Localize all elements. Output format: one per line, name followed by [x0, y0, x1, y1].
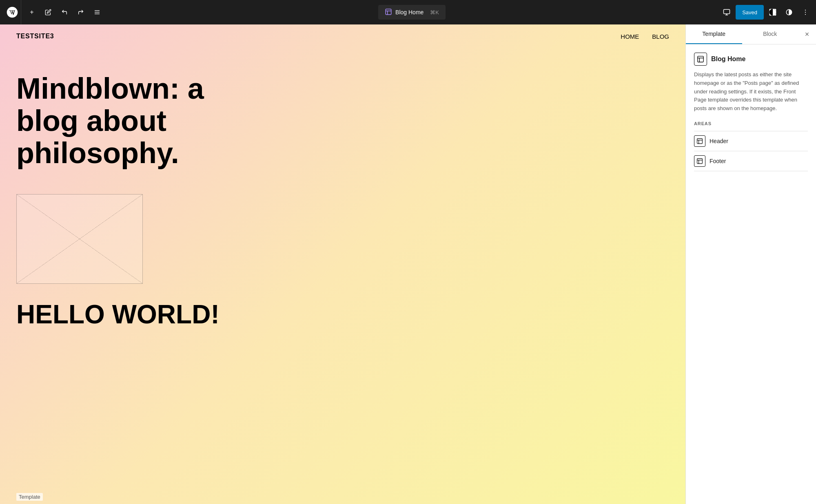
edit-tool-button[interactable]: [41, 5, 55, 20]
svg-rect-6: [724, 9, 730, 14]
add-block-button[interactable]: +: [24, 5, 39, 20]
svg-point-12: [805, 12, 806, 13]
monitor-icon: [723, 9, 730, 16]
device-preview-button[interactable]: [719, 5, 734, 20]
styles-button[interactable]: [765, 5, 780, 20]
toolbar-right: Saved: [719, 5, 813, 20]
svg-rect-14: [698, 56, 703, 62]
list-view-icon: [94, 9, 100, 15]
svg-rect-3: [386, 9, 391, 15]
header-area-icon: [694, 135, 705, 147]
toolbar-center: Blog Home ⌘K: [106, 5, 718, 20]
undo-icon: [61, 9, 68, 15]
more-icon: [802, 9, 809, 16]
contrast-icon: [785, 9, 793, 16]
canvas[interactable]: TESTSITE3 HOME BLOG Mindblown: a blog ab…: [0, 24, 685, 504]
footer-icon: [696, 158, 703, 164]
header-icon: [696, 138, 703, 144]
hello-world-title: HELLO WORLD!: [0, 292, 685, 329]
svg-rect-20: [697, 159, 703, 164]
areas-label: AREAS: [694, 121, 808, 126]
header-label: Header: [710, 138, 728, 144]
footer-area-icon: [694, 155, 705, 167]
keyboard-shortcut: ⌘K: [430, 9, 439, 15]
redo-icon: [78, 9, 84, 15]
site-nav: HOME BLOG: [621, 33, 669, 40]
styles-icon: [769, 8, 777, 16]
pencil-icon: [45, 9, 51, 15]
wordpress-icon: [6, 6, 19, 19]
template-description: Displays the latest posts as either the …: [694, 71, 808, 113]
close-sidebar-button[interactable]: ×: [798, 24, 816, 44]
svg-rect-17: [697, 139, 703, 144]
site-header: TESTSITE3 HOME BLOG: [0, 24, 685, 48]
svg-point-13: [805, 14, 806, 15]
contrast-button[interactable]: [782, 5, 796, 20]
template-icon-detail: [697, 55, 704, 63]
template-icon-svg: [385, 8, 392, 15]
template-title-row: Blog Home: [694, 53, 808, 66]
template-icon-box: [694, 53, 707, 66]
tab-template[interactable]: Template: [686, 24, 742, 44]
template-label: Template: [16, 493, 43, 501]
post-featured-image: [16, 194, 143, 284]
sidebar: Template Block × Blog Home Displays the …: [685, 24, 816, 504]
blog-home-label: Blog Home: [395, 9, 424, 15]
area-header[interactable]: Header: [694, 131, 808, 151]
list-view-button[interactable]: [90, 5, 104, 20]
saved-button[interactable]: Saved: [736, 5, 764, 20]
sidebar-header: Template Block ×: [686, 24, 816, 44]
site-title: TESTSITE3: [16, 33, 54, 40]
blog-title: Mindblown: a blog about philosophy.: [0, 48, 286, 186]
template-name: Blog Home: [711, 55, 745, 63]
footer-label: Footer: [710, 158, 726, 164]
toolbar: +: [0, 0, 816, 24]
main-layout: TESTSITE3 HOME BLOG Mindblown: a blog ab…: [0, 0, 816, 504]
more-options-button[interactable]: [798, 5, 813, 20]
undo-button[interactable]: [57, 5, 72, 20]
nav-blog[interactable]: BLOG: [652, 33, 669, 40]
tab-block[interactable]: Block: [742, 24, 798, 44]
svg-point-11: [805, 10, 806, 11]
wp-logo[interactable]: [3, 0, 21, 24]
redo-button[interactable]: [73, 5, 88, 20]
nav-home[interactable]: HOME: [621, 33, 639, 40]
template-icon: [385, 8, 392, 17]
sidebar-content: Blog Home Displays the latest posts as e…: [686, 44, 816, 179]
area-footer[interactable]: Footer: [694, 151, 808, 171]
blog-home-button[interactable]: Blog Home ⌘K: [378, 5, 446, 20]
